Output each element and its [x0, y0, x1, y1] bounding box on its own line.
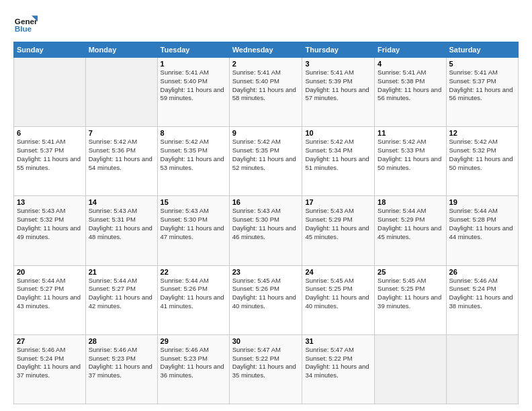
day-number: 7 [89, 129, 154, 137]
day-number: 14 [89, 198, 154, 206]
calendar-cell: 12Sunrise: 5:42 AM Sunset: 5:32 PM Dayli… [446, 127, 518, 196]
calendar-cell: 9Sunrise: 5:42 AM Sunset: 5:35 PM Daylig… [229, 127, 302, 196]
weekday-header: Thursday [302, 42, 375, 58]
day-info: Sunrise: 5:41 AM Sunset: 5:40 PM Dayligh… [232, 68, 300, 103]
calendar-cell: 15Sunrise: 5:43 AM Sunset: 5:30 PM Dayli… [157, 196, 229, 265]
day-number: 4 [378, 60, 443, 68]
calendar-cell: 22Sunrise: 5:44 AM Sunset: 5:26 PM Dayli… [157, 265, 229, 334]
day-number: 6 [17, 129, 83, 137]
calendar-cell: 11Sunrise: 5:42 AM Sunset: 5:33 PM Dayli… [375, 127, 446, 196]
day-info: Sunrise: 5:44 AM Sunset: 5:29 PM Dayligh… [378, 207, 443, 241]
calendar-cell [85, 58, 157, 127]
weekday-header: Sunday [14, 42, 86, 58]
day-number: 21 [89, 268, 154, 276]
calendar-cell: 25Sunrise: 5:45 AM Sunset: 5:25 PM Dayli… [375, 265, 446, 334]
calendar-cell: 23Sunrise: 5:45 AM Sunset: 5:26 PM Dayli… [229, 265, 302, 334]
day-info: Sunrise: 5:44 AM Sunset: 5:27 PM Dayligh… [17, 277, 83, 311]
calendar-cell: 2Sunrise: 5:41 AM Sunset: 5:40 PM Daylig… [229, 58, 302, 127]
day-number: 24 [305, 268, 371, 276]
day-number: 13 [17, 198, 83, 206]
calendar-cell: 5Sunrise: 5:41 AM Sunset: 5:37 PM Daylig… [446, 58, 518, 127]
day-number: 28 [89, 337, 154, 345]
calendar-cell: 13Sunrise: 5:43 AM Sunset: 5:32 PM Dayli… [14, 196, 86, 265]
day-info: Sunrise: 5:41 AM Sunset: 5:38 PM Dayligh… [378, 68, 443, 103]
day-number: 1 [161, 60, 226, 68]
day-info: Sunrise: 5:42 AM Sunset: 5:34 PM Dayligh… [305, 138, 371, 172]
day-info: Sunrise: 5:41 AM Sunset: 5:40 PM Dayligh… [161, 68, 226, 103]
day-number: 22 [161, 268, 226, 276]
day-number: 3 [305, 60, 371, 68]
calendar-cell: 7Sunrise: 5:42 AM Sunset: 5:36 PM Daylig… [85, 127, 157, 196]
day-number: 26 [449, 268, 515, 276]
svg-text:Blue: Blue [15, 24, 32, 33]
day-info: Sunrise: 5:42 AM Sunset: 5:35 PM Dayligh… [232, 138, 300, 172]
day-info: Sunrise: 5:44 AM Sunset: 5:26 PM Dayligh… [161, 277, 226, 311]
calendar-cell: 18Sunrise: 5:44 AM Sunset: 5:29 PM Dayli… [375, 196, 446, 265]
day-number: 12 [449, 129, 515, 137]
weekday-header: Saturday [446, 42, 518, 58]
day-number: 16 [232, 198, 300, 206]
calendar-cell: 24Sunrise: 5:45 AM Sunset: 5:25 PM Dayli… [302, 265, 375, 334]
day-number: 18 [378, 198, 443, 206]
day-info: Sunrise: 5:42 AM Sunset: 5:35 PM Dayligh… [161, 138, 226, 172]
calendar-cell: 3Sunrise: 5:41 AM Sunset: 5:39 PM Daylig… [302, 58, 375, 127]
day-info: Sunrise: 5:45 AM Sunset: 5:25 PM Dayligh… [378, 277, 443, 311]
day-number: 29 [161, 337, 226, 345]
calendar-cell: 1Sunrise: 5:41 AM Sunset: 5:40 PM Daylig… [157, 58, 229, 127]
calendar-cell: 4Sunrise: 5:41 AM Sunset: 5:38 PM Daylig… [375, 58, 446, 127]
page: General Blue SundayMondayTuesdayWednesda… [0, 0, 532, 411]
day-info: Sunrise: 5:43 AM Sunset: 5:32 PM Dayligh… [17, 207, 83, 241]
calendar-cell: 31Sunrise: 5:47 AM Sunset: 5:22 PM Dayli… [302, 334, 375, 404]
day-info: Sunrise: 5:43 AM Sunset: 5:31 PM Dayligh… [89, 207, 154, 241]
day-info: Sunrise: 5:46 AM Sunset: 5:24 PM Dayligh… [449, 277, 515, 311]
calendar-cell: 28Sunrise: 5:46 AM Sunset: 5:23 PM Dayli… [85, 334, 157, 404]
day-number: 9 [232, 129, 300, 137]
calendar-cell [446, 334, 518, 404]
day-number: 15 [161, 198, 226, 206]
calendar-cell: 19Sunrise: 5:44 AM Sunset: 5:28 PM Dayli… [446, 196, 518, 265]
day-info: Sunrise: 5:46 AM Sunset: 5:23 PM Dayligh… [89, 346, 154, 380]
day-info: Sunrise: 5:47 AM Sunset: 5:22 PM Dayligh… [305, 346, 371, 380]
day-info: Sunrise: 5:41 AM Sunset: 5:39 PM Dayligh… [305, 68, 371, 103]
day-number: 27 [17, 337, 83, 345]
calendar-cell: 30Sunrise: 5:47 AM Sunset: 5:22 PM Dayli… [229, 334, 302, 404]
day-number: 17 [305, 198, 371, 206]
header: General Blue [13, 11, 519, 35]
day-info: Sunrise: 5:41 AM Sunset: 5:37 PM Dayligh… [17, 138, 83, 172]
day-info: Sunrise: 5:46 AM Sunset: 5:23 PM Dayligh… [161, 346, 226, 380]
calendar-cell: 29Sunrise: 5:46 AM Sunset: 5:23 PM Dayli… [157, 334, 229, 404]
day-info: Sunrise: 5:45 AM Sunset: 5:25 PM Dayligh… [305, 277, 371, 311]
day-info: Sunrise: 5:43 AM Sunset: 5:30 PM Dayligh… [232, 207, 300, 241]
day-info: Sunrise: 5:44 AM Sunset: 5:27 PM Dayligh… [89, 277, 154, 311]
day-info: Sunrise: 5:47 AM Sunset: 5:22 PM Dayligh… [232, 346, 300, 380]
day-number: 10 [305, 129, 371, 137]
calendar-cell: 21Sunrise: 5:44 AM Sunset: 5:27 PM Dayli… [85, 265, 157, 334]
calendar-cell [375, 334, 446, 404]
day-number: 31 [305, 337, 371, 345]
day-info: Sunrise: 5:43 AM Sunset: 5:30 PM Dayligh… [161, 207, 226, 241]
day-info: Sunrise: 5:44 AM Sunset: 5:28 PM Dayligh… [449, 207, 515, 241]
weekday-header: Monday [85, 42, 157, 58]
weekday-header: Tuesday [157, 42, 229, 58]
day-number: 11 [378, 129, 443, 137]
day-info: Sunrise: 5:42 AM Sunset: 5:33 PM Dayligh… [378, 138, 443, 172]
calendar-cell [14, 58, 86, 127]
day-info: Sunrise: 5:43 AM Sunset: 5:29 PM Dayligh… [305, 207, 371, 241]
calendar-cell: 20Sunrise: 5:44 AM Sunset: 5:27 PM Dayli… [14, 265, 86, 334]
calendar-cell: 6Sunrise: 5:41 AM Sunset: 5:37 PM Daylig… [14, 127, 86, 196]
calendar-cell: 26Sunrise: 5:46 AM Sunset: 5:24 PM Dayli… [446, 265, 518, 334]
logo-icon: General Blue [13, 11, 38, 35]
day-number: 30 [232, 337, 300, 345]
day-info: Sunrise: 5:45 AM Sunset: 5:26 PM Dayligh… [232, 277, 300, 311]
day-info: Sunrise: 5:42 AM Sunset: 5:32 PM Dayligh… [449, 138, 515, 172]
day-number: 5 [449, 60, 515, 68]
logo: General Blue [13, 11, 38, 35]
day-number: 20 [17, 268, 83, 276]
calendar-cell: 8Sunrise: 5:42 AM Sunset: 5:35 PM Daylig… [157, 127, 229, 196]
day-number: 19 [449, 198, 515, 206]
day-info: Sunrise: 5:46 AM Sunset: 5:24 PM Dayligh… [17, 346, 83, 380]
day-number: 23 [232, 268, 300, 276]
weekday-header: Friday [375, 42, 446, 58]
day-info: Sunrise: 5:41 AM Sunset: 5:37 PM Dayligh… [449, 68, 515, 103]
day-number: 2 [232, 60, 300, 68]
